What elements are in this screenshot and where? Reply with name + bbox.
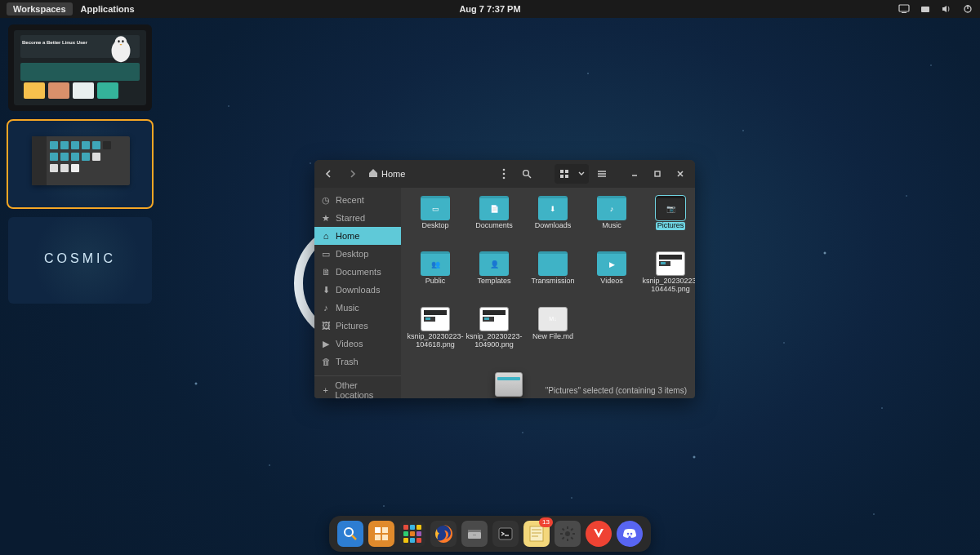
dragged-folder-icon[interactable] [495, 372, 523, 397]
svg-rect-2 [921, 7, 929, 12]
file-item[interactable]: ksnip_20230223-104900.png [468, 305, 520, 353]
svg-rect-47 [530, 526, 543, 541]
sidebar-item-downloads[interactable]: ⬇Downloads [314, 281, 401, 299]
dock-search[interactable] [337, 521, 363, 547]
volume-icon[interactable] [941, 4, 952, 14]
power-icon[interactable] [962, 4, 973, 14]
panel-clock[interactable]: Aug 7 7:37 PM [0, 4, 980, 14]
folder-icon: 👤 [479, 251, 509, 276]
thumb3-cosmic-label: COSMIC [44, 251, 116, 266]
dock-workspaces[interactable] [368, 521, 394, 547]
workspace-thumb-1[interactable]: Become a Better Linux User [8, 24, 152, 111]
panel-workspaces-btn[interactable]: Workspaces [7, 2, 73, 16]
file-label: ksnip_20230223-104445.png [642, 278, 695, 294]
workspace-thumb-3[interactable]: COSMIC [8, 217, 152, 304]
panel-applications-btn[interactable]: Applications [74, 2, 141, 16]
file-item[interactable]: ▭Desktop [409, 194, 461, 242]
file-item[interactable]: ⬇Downloads [527, 194, 579, 242]
sidebar-item-pictures[interactable]: 🖼Pictures [314, 317, 401, 335]
downloads-icon: ⬇ [321, 285, 331, 295]
file-manager-window: Home ◷Recent★Starred⌂Home▭Desktop🗎Docume… [314, 160, 695, 398]
view-dropdown[interactable] [574, 164, 589, 184]
star-icon: ★ [321, 213, 331, 223]
fm-content[interactable]: ▭Desktop📄Documents⬇Downloads♪Music📷Pictu… [401, 188, 695, 398]
home-icon: ⌂ [321, 231, 331, 241]
close-button[interactable] [670, 164, 690, 184]
dock-vivaldi[interactable] [586, 521, 612, 547]
svg-point-9 [503, 169, 506, 171]
file-label: Music [602, 222, 621, 230]
folder-icon [538, 251, 568, 276]
dock-settings[interactable] [555, 521, 581, 547]
back-button[interactable] [319, 164, 339, 184]
folder-icon: 📷 [656, 196, 685, 220]
file-item[interactable]: Transmission [527, 250, 579, 297]
sidebar-item-label: Videos [336, 339, 363, 349]
music-icon: ♪ [321, 303, 331, 313]
file-item[interactable]: ▶Videos [586, 250, 638, 297]
sidebar-item-label: Desktop [336, 249, 368, 259]
svg-point-12 [523, 171, 529, 176]
sidebar-item-videos[interactable]: ▶Videos [314, 335, 401, 353]
path-bar[interactable]: Home [365, 168, 408, 180]
file-label: ksnip_20230223-104618.png [407, 333, 463, 349]
sidebar-item-label: Starred [336, 213, 365, 223]
svg-point-35 [345, 528, 353, 536]
path-label: Home [381, 169, 405, 179]
file-item[interactable]: ksnip_20230223-104445.png [644, 250, 695, 297]
folder-icon: 📄 [479, 196, 509, 220]
network-icon[interactable] [920, 4, 931, 14]
kebab-menu[interactable] [494, 164, 514, 184]
minimize-button[interactable] [625, 164, 644, 184]
file-item[interactable]: 👥Public [409, 250, 461, 297]
svg-rect-45 [499, 528, 512, 539]
dock-apps[interactable] [399, 521, 425, 547]
fm-headerbar: Home [314, 160, 695, 188]
svg-rect-42 [468, 530, 481, 532]
sidebar-item-music[interactable]: ♪Music [314, 299, 401, 317]
notes-badge: 13 [539, 517, 553, 527]
file-label: Desktop [421, 222, 448, 230]
dock-notes[interactable]: 13 [523, 521, 550, 547]
file-item[interactable]: 👤Templates [468, 250, 520, 297]
sidebar-other-locations[interactable]: + Other Locations [314, 381, 401, 398]
sidebar-item-home[interactable]: ⌂Home [314, 227, 401, 245]
dock-discord[interactable] [617, 521, 643, 547]
dock-firefox[interactable] [430, 521, 457, 547]
forward-button[interactable] [342, 164, 362, 184]
file-item[interactable]: M↓New File.md [527, 305, 579, 353]
view-icons-button[interactable] [555, 164, 574, 184]
sidebar-item-recent[interactable]: ◷Recent [314, 191, 401, 209]
desktop-icon: ▭ [321, 249, 331, 259]
maximize-button[interactable] [648, 164, 667, 184]
dock-terminal[interactable] [492, 521, 519, 547]
workspace-thumb-2[interactable]: COSMIC [8, 121, 152, 207]
sidebar-item-desktop[interactable]: ▭Desktop [314, 245, 401, 263]
svg-rect-28 [424, 310, 447, 315]
dock-files[interactable] [461, 521, 488, 547]
svg-line-56 [563, 529, 564, 531]
sidebar-item-label: Other Locations [335, 380, 394, 398]
file-item[interactable]: ♪Music [586, 194, 638, 242]
file-label: Videos [600, 278, 622, 286]
file-item[interactable]: 📄Documents [468, 194, 520, 242]
folder-icon: ♪ [597, 196, 626, 220]
fm-sidebar: ◷Recent★Starred⌂Home▭Desktop🗎Documents⬇D… [314, 188, 401, 398]
sidebar-item-label: Home [336, 231, 359, 241]
tray-screencast-icon[interactable] [898, 4, 910, 14]
search-button[interactable] [517, 164, 537, 184]
hamburger-menu[interactable] [592, 164, 612, 184]
folder-icon: 👥 [421, 251, 450, 276]
file-item[interactable]: 📷Pictures [644, 194, 695, 242]
sidebar-item-documents[interactable]: 🗎Documents [314, 263, 401, 281]
sidebar-item-starred[interactable]: ★Starred [314, 209, 401, 227]
file-label: Templates [477, 278, 510, 286]
svg-rect-0 [899, 5, 909, 11]
documents-icon: 🗎 [321, 267, 331, 277]
file-item[interactable]: ksnip_20230223-104618.png [409, 305, 461, 353]
svg-point-11 [503, 177, 506, 180]
svg-rect-1 [902, 12, 906, 13]
svg-line-57 [571, 537, 572, 539]
status-bar: "Pictures" selected (containing 3 items) [546, 386, 687, 395]
sidebar-item-trash[interactable]: 🗑Trash [314, 353, 401, 371]
